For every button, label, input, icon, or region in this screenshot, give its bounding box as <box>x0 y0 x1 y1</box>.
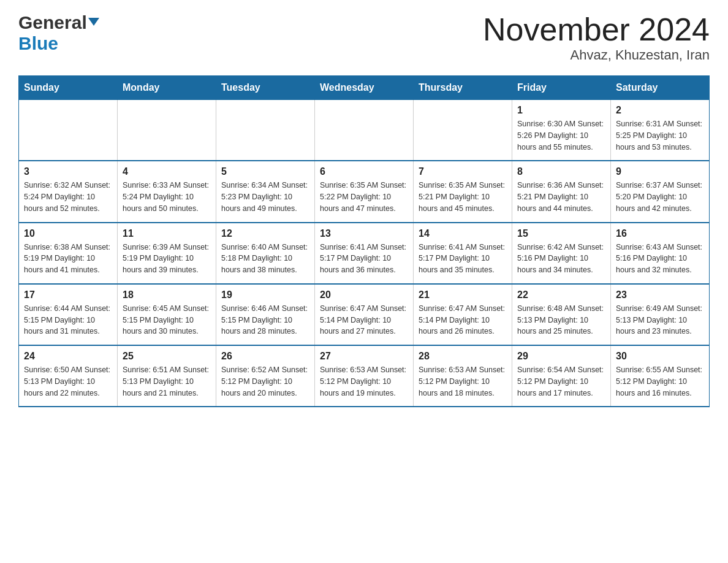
day-info: Sunrise: 6:44 AM Sunset: 5:15 PM Dayligh… <box>24 303 112 337</box>
calendar-day-cell: 29Sunrise: 6:54 AM Sunset: 5:12 PM Dayli… <box>512 345 611 407</box>
day-info: Sunrise: 6:33 AM Sunset: 5:24 PM Dayligh… <box>123 180 211 214</box>
header: General Blue November 2024 Ahvaz, Khuzes… <box>18 12 710 63</box>
day-number: 12 <box>221 228 309 239</box>
day-number: 18 <box>123 289 211 301</box>
calendar-day-cell <box>118 100 216 161</box>
day-info: Sunrise: 6:31 AM Sunset: 5:25 PM Dayligh… <box>616 118 704 153</box>
day-number: 27 <box>320 351 408 362</box>
calendar-day-cell: 22Sunrise: 6:48 AM Sunset: 5:13 PM Dayli… <box>512 284 611 345</box>
calendar-day-cell: 16Sunrise: 6:43 AM Sunset: 5:16 PM Dayli… <box>611 223 710 284</box>
day-number: 16 <box>616 228 704 239</box>
calendar-day-cell: 8Sunrise: 6:36 AM Sunset: 5:21 PM Daylig… <box>512 161 611 222</box>
day-of-week-header: Saturday <box>611 76 710 100</box>
calendar-day-cell: 1Sunrise: 6:30 AM Sunset: 5:26 PM Daylig… <box>512 100 611 161</box>
logo-blue-text: Blue <box>18 33 58 53</box>
day-info: Sunrise: 6:53 AM Sunset: 5:12 PM Dayligh… <box>419 364 507 399</box>
day-of-week-header: Friday <box>512 76 611 100</box>
day-number: 13 <box>320 228 408 239</box>
calendar-week-row: 17Sunrise: 6:44 AM Sunset: 5:15 PM Dayli… <box>19 284 710 345</box>
calendar-day-cell: 5Sunrise: 6:34 AM Sunset: 5:23 PM Daylig… <box>216 161 315 222</box>
calendar-day-cell: 12Sunrise: 6:40 AM Sunset: 5:18 PM Dayli… <box>216 223 315 284</box>
logo: General Blue <box>18 12 99 54</box>
day-number: 21 <box>419 289 507 301</box>
calendar-day-cell: 6Sunrise: 6:35 AM Sunset: 5:22 PM Daylig… <box>315 161 414 222</box>
day-number: 17 <box>24 289 112 301</box>
calendar-day-cell: 15Sunrise: 6:42 AM Sunset: 5:16 PM Dayli… <box>512 223 611 284</box>
calendar-day-cell <box>414 100 512 161</box>
day-number: 25 <box>123 351 211 362</box>
day-info: Sunrise: 6:47 AM Sunset: 5:14 PM Dayligh… <box>419 303 507 337</box>
day-of-week-header: Monday <box>118 76 216 100</box>
day-of-week-header: Tuesday <box>216 76 315 100</box>
calendar-day-cell: 20Sunrise: 6:47 AM Sunset: 5:14 PM Dayli… <box>315 284 414 345</box>
day-number: 24 <box>24 351 112 362</box>
calendar-table: SundayMondayTuesdayWednesdayThursdayFrid… <box>18 75 710 407</box>
calendar-week-row: 1Sunrise: 6:30 AM Sunset: 5:26 PM Daylig… <box>19 100 710 161</box>
calendar-day-cell: 21Sunrise: 6:47 AM Sunset: 5:14 PM Dayli… <box>414 284 512 345</box>
day-of-week-header: Wednesday <box>315 76 414 100</box>
calendar-day-cell: 10Sunrise: 6:38 AM Sunset: 5:19 PM Dayli… <box>19 223 118 284</box>
title-area: November 2024 Ahvaz, Khuzestan, Iran <box>483 12 710 63</box>
day-number: 9 <box>616 166 704 177</box>
calendar-header-row: SundayMondayTuesdayWednesdayThursdayFrid… <box>19 76 710 100</box>
day-info: Sunrise: 6:37 AM Sunset: 5:20 PM Dayligh… <box>616 180 704 214</box>
day-info: Sunrise: 6:47 AM Sunset: 5:14 PM Dayligh… <box>320 303 408 337</box>
day-of-week-header: Thursday <box>414 76 512 100</box>
calendar-day-cell: 23Sunrise: 6:49 AM Sunset: 5:13 PM Dayli… <box>611 284 710 345</box>
calendar-week-row: 10Sunrise: 6:38 AM Sunset: 5:19 PM Dayli… <box>19 223 710 284</box>
calendar-day-cell: 14Sunrise: 6:41 AM Sunset: 5:17 PM Dayli… <box>414 223 512 284</box>
day-info: Sunrise: 6:42 AM Sunset: 5:16 PM Dayligh… <box>517 242 605 276</box>
day-number: 20 <box>320 289 408 301</box>
calendar-day-cell: 3Sunrise: 6:32 AM Sunset: 5:24 PM Daylig… <box>19 161 118 222</box>
logo-general-text: General <box>18 12 87 33</box>
calendar-day-cell: 17Sunrise: 6:44 AM Sunset: 5:15 PM Dayli… <box>19 284 118 345</box>
calendar-day-cell: 27Sunrise: 6:53 AM Sunset: 5:12 PM Dayli… <box>315 345 414 407</box>
day-info: Sunrise: 6:52 AM Sunset: 5:12 PM Dayligh… <box>221 364 309 399</box>
calendar-day-cell: 24Sunrise: 6:50 AM Sunset: 5:13 PM Dayli… <box>19 345 118 407</box>
calendar-day-cell: 13Sunrise: 6:41 AM Sunset: 5:17 PM Dayli… <box>315 223 414 284</box>
day-number: 14 <box>419 228 507 239</box>
day-number: 11 <box>123 228 211 239</box>
calendar-title: November 2024 <box>483 12 710 47</box>
calendar-week-row: 24Sunrise: 6:50 AM Sunset: 5:13 PM Dayli… <box>19 345 710 407</box>
day-number: 23 <box>616 289 704 301</box>
day-info: Sunrise: 6:38 AM Sunset: 5:19 PM Dayligh… <box>24 242 112 276</box>
day-info: Sunrise: 6:35 AM Sunset: 5:21 PM Dayligh… <box>419 180 507 214</box>
calendar-day-cell: 7Sunrise: 6:35 AM Sunset: 5:21 PM Daylig… <box>414 161 512 222</box>
calendar-day-cell <box>315 100 414 161</box>
day-info: Sunrise: 6:51 AM Sunset: 5:13 PM Dayligh… <box>123 364 211 399</box>
calendar-day-cell: 18Sunrise: 6:45 AM Sunset: 5:15 PM Dayli… <box>118 284 216 345</box>
day-number: 10 <box>24 228 112 239</box>
day-number: 29 <box>517 351 605 362</box>
calendar-day-cell: 9Sunrise: 6:37 AM Sunset: 5:20 PM Daylig… <box>611 161 710 222</box>
calendar-day-cell: 28Sunrise: 6:53 AM Sunset: 5:12 PM Dayli… <box>414 345 512 407</box>
day-info: Sunrise: 6:34 AM Sunset: 5:23 PM Dayligh… <box>221 180 309 214</box>
day-info: Sunrise: 6:36 AM Sunset: 5:21 PM Dayligh… <box>517 180 605 214</box>
calendar-day-cell: 4Sunrise: 6:33 AM Sunset: 5:24 PM Daylig… <box>118 161 216 222</box>
calendar-day-cell <box>19 100 118 161</box>
day-info: Sunrise: 6:41 AM Sunset: 5:17 PM Dayligh… <box>320 242 408 276</box>
day-info: Sunrise: 6:40 AM Sunset: 5:18 PM Dayligh… <box>221 242 309 276</box>
logo-arrow-icon <box>88 18 99 26</box>
day-info: Sunrise: 6:55 AM Sunset: 5:12 PM Dayligh… <box>616 364 704 399</box>
day-number: 5 <box>221 166 309 177</box>
day-number: 28 <box>419 351 507 362</box>
day-number: 1 <box>517 105 605 116</box>
calendar-day-cell: 11Sunrise: 6:39 AM Sunset: 5:19 PM Dayli… <box>118 223 216 284</box>
day-number: 8 <box>517 166 605 177</box>
day-number: 6 <box>320 166 408 177</box>
day-info: Sunrise: 6:45 AM Sunset: 5:15 PM Dayligh… <box>123 303 211 337</box>
day-info: Sunrise: 6:46 AM Sunset: 5:15 PM Dayligh… <box>221 303 309 337</box>
calendar-day-cell: 26Sunrise: 6:52 AM Sunset: 5:12 PM Dayli… <box>216 345 315 407</box>
calendar-subtitle: Ahvaz, Khuzestan, Iran <box>483 47 710 63</box>
day-info: Sunrise: 6:35 AM Sunset: 5:22 PM Dayligh… <box>320 180 408 214</box>
day-info: Sunrise: 6:41 AM Sunset: 5:17 PM Dayligh… <box>419 242 507 276</box>
calendar-day-cell: 30Sunrise: 6:55 AM Sunset: 5:12 PM Dayli… <box>611 345 710 407</box>
day-number: 15 <box>517 228 605 239</box>
day-number: 22 <box>517 289 605 301</box>
day-info: Sunrise: 6:48 AM Sunset: 5:13 PM Dayligh… <box>517 303 605 337</box>
day-info: Sunrise: 6:54 AM Sunset: 5:12 PM Dayligh… <box>517 364 605 399</box>
calendar-day-cell: 25Sunrise: 6:51 AM Sunset: 5:13 PM Dayli… <box>118 345 216 407</box>
calendar-day-cell: 2Sunrise: 6:31 AM Sunset: 5:25 PM Daylig… <box>611 100 710 161</box>
day-number: 26 <box>221 351 309 362</box>
